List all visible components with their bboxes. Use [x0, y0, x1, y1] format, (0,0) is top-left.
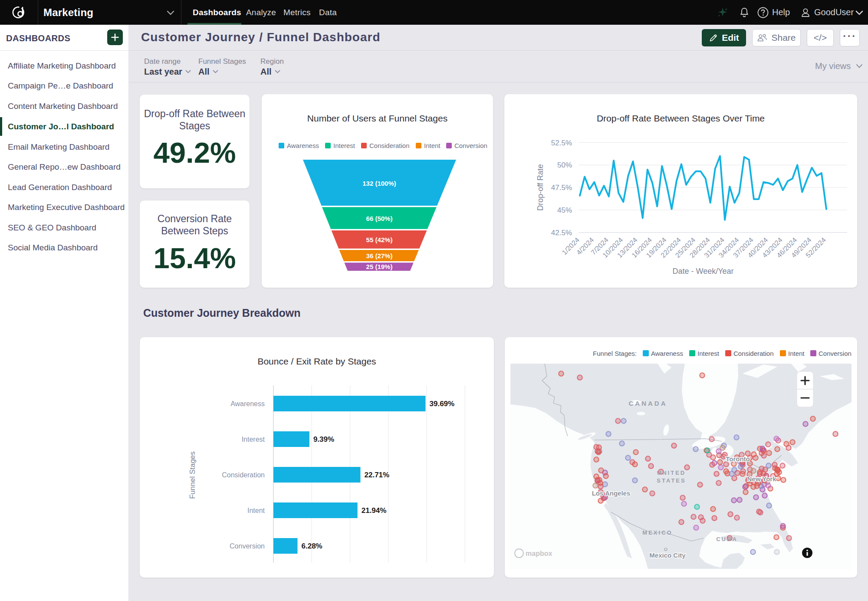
svg-text:Funnel Stages: Funnel Stages [188, 451, 197, 499]
svg-text:Consideration: Consideration [733, 350, 774, 357]
svg-text:Intent: Intent [247, 507, 265, 514]
svg-text:MEXICO: MEXICO [642, 529, 672, 536]
svg-text:STATES: STATES [657, 477, 686, 484]
svg-text:Intent: Intent [788, 350, 805, 357]
svg-text:Toronto: Toronto [726, 455, 750, 463]
svg-text:Mexico City: Mexico City [649, 552, 686, 559]
svg-text:Funnel Stages:: Funnel Stages: [593, 350, 637, 357]
svg-text:Conversion: Conversion [454, 142, 487, 149]
svg-text:55 (42%): 55 (42%) [366, 236, 393, 243]
svg-text:Intent: Intent [424, 142, 441, 149]
svg-text:47.5%: 47.5% [551, 184, 572, 192]
svg-text:Interest: Interest [242, 436, 265, 443]
svg-text:Los Angeles: Los Angeles [592, 489, 631, 497]
svg-text:Awareness: Awareness [230, 400, 265, 407]
svg-text:Interest: Interest [697, 350, 720, 357]
svg-text:mapbox: mapbox [526, 550, 552, 557]
svg-text:Date - Week/Year: Date - Week/Year [672, 267, 733, 276]
svg-text:39.69%: 39.69% [430, 400, 455, 408]
svg-text:Awareness: Awareness [651, 350, 683, 357]
svg-text:Awareness: Awareness [287, 142, 319, 149]
svg-text:132 (100%): 132 (100%) [362, 180, 396, 187]
svg-text:Consideration: Consideration [369, 142, 410, 149]
svg-text:6.28%: 6.28% [302, 542, 322, 550]
svg-text:Consideration: Consideration [222, 471, 265, 479]
svg-text:New York: New York [747, 475, 777, 483]
svg-text:42.5%: 42.5% [551, 229, 572, 237]
svg-text:CUBA: CUBA [716, 536, 738, 542]
svg-text:22.71%: 22.71% [365, 471, 390, 479]
svg-text:36 (27%): 36 (27%) [366, 252, 393, 259]
svg-text:25 (19%): 25 (19%) [366, 263, 393, 270]
svg-text:CANADA: CANADA [629, 400, 667, 407]
svg-text:21.94%: 21.94% [362, 506, 387, 515]
svg-text:66 (50%): 66 (50%) [366, 215, 393, 222]
svg-text:Conversion: Conversion [230, 542, 265, 550]
svg-text:Interest: Interest [333, 142, 355, 149]
svg-text:9.39%: 9.39% [313, 435, 334, 443]
svg-text:50%: 50% [557, 161, 572, 169]
svg-text:52.5%: 52.5% [551, 139, 572, 147]
svg-text:UNITED: UNITED [657, 470, 686, 476]
svg-text:45%: 45% [557, 206, 572, 214]
svg-text:Drop-off Rate: Drop-off Rate [536, 164, 545, 211]
svg-text:Conversion: Conversion [819, 350, 852, 357]
